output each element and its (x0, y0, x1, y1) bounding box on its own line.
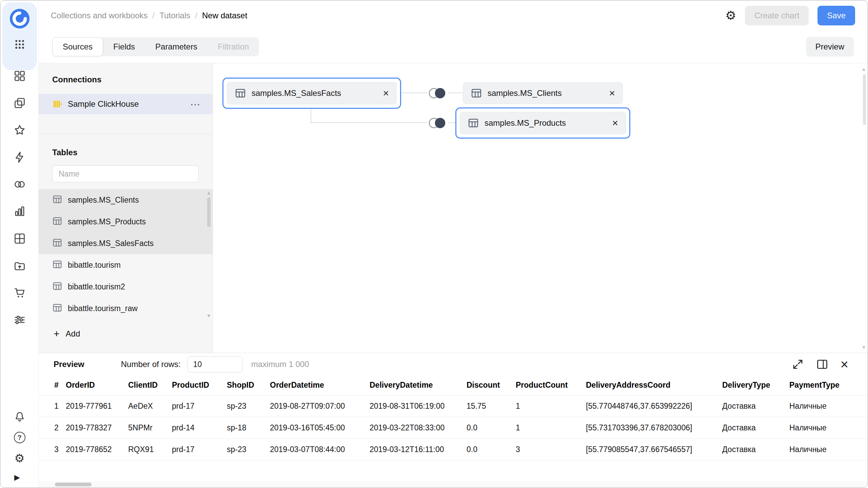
node-label: samples.MS_Clients (488, 88, 562, 98)
connection-name: Sample ClickHouse (68, 99, 139, 109)
preview-h-scrollbar-thumb[interactable] (55, 483, 92, 486)
table-cell: 1 (516, 417, 586, 439)
preview-header: Preview Number of rows: maximum 1 000 (39, 353, 867, 375)
table-cell: 2019-08-27T09:07:00 (270, 395, 370, 417)
table-cell: sp-18 (227, 417, 270, 439)
table-cell: Доставка (722, 395, 789, 417)
tab-sources[interactable]: Sources (52, 37, 103, 56)
list-scroll-up-icon[interactable]: ▲ (206, 190, 211, 196)
canvas-scrollbar-thumb[interactable] (863, 74, 866, 125)
connections-rings-icon[interactable] (14, 178, 26, 190)
connection-item[interactable]: Sample ClickHouse ⋯ (39, 94, 213, 114)
preview-toggle-button[interactable]: Preview (806, 37, 854, 57)
column-header: PaymentType (789, 375, 867, 395)
join-line (311, 108, 311, 123)
node-label: samples.MS_SalesFacts (252, 88, 341, 98)
tab-parameters[interactable]: Parameters (145, 37, 208, 56)
column-header: ClientID (128, 375, 172, 395)
join-line (311, 122, 427, 123)
quick-actions-lightning-icon[interactable] (14, 151, 26, 163)
scroll-down-icon[interactable]: ▼ (861, 344, 866, 350)
tab-filtration[interactable]: Filtration (208, 37, 259, 56)
dashboards-grid-icon[interactable] (14, 232, 26, 245)
table-cell: Наличные (789, 395, 867, 417)
collapse-play-icon[interactable]: ▶ (1, 473, 20, 482)
connections-title: Connections (39, 75, 213, 84)
table-cell: Доставка (722, 439, 789, 460)
table-cell: sp-23 (227, 395, 270, 417)
storage-folder-icon[interactable] (14, 260, 26, 272)
save-button[interactable]: Save (817, 6, 855, 25)
breadcrumb: Collections and workbooks / Tutorials / … (51, 11, 247, 20)
settings-gear-icon[interactable]: ⚙ (14, 452, 26, 464)
datalens-logo[interactable] (9, 8, 30, 29)
connection-menu-ellipsis-icon[interactable]: ⋯ (190, 98, 201, 110)
column-header: # (39, 375, 66, 395)
join-line (448, 93, 463, 93)
dataset-settings-gear-icon[interactable]: ⚙ (725, 9, 736, 22)
table-list-item[interactable]: bibattle.tourism (39, 254, 213, 276)
table-row: 22019-7783275NPMrprd-14sp-182019-03-16T0… (39, 417, 867, 439)
help-icon[interactable]: ? (14, 432, 25, 443)
source-node-clients[interactable]: samples.MS_Clients × (463, 82, 623, 104)
remove-node-icon[interactable]: × (375, 88, 389, 98)
settings-sliders-icon[interactable] (14, 314, 26, 326)
notifications-bell-icon[interactable] (14, 411, 26, 423)
preview-title: Preview (54, 360, 84, 369)
tables-title: Tables (39, 148, 213, 157)
column-header: DeliveryDatetime (370, 375, 467, 395)
table-list-item[interactable]: samples.MS_SalesFacts (39, 232, 213, 254)
table-list-item[interactable]: bibattle.tourism_raw (39, 298, 213, 319)
remove-node-icon[interactable]: × (601, 88, 615, 98)
table-cell: 0.0 (467, 417, 516, 439)
table-cell: 15.75 (467, 395, 516, 417)
join-type-icon[interactable] (427, 86, 448, 102)
source-node-salesfacts[interactable]: samples.MS_SalesFacts × (227, 82, 397, 104)
scroll-up-icon[interactable]: ▲ (861, 66, 866, 72)
rail-bottom-cluster: ? ⚙ (14, 411, 26, 464)
preview-layout-icon[interactable] (816, 358, 828, 370)
breadcrumb-separator: / (195, 11, 197, 20)
column-header: DeliveryAddressCoord (586, 375, 722, 395)
table-cell: 2019-03-22T08:33:00 (370, 417, 467, 439)
left-rail: ? ⚙ ▶ (1, 1, 39, 487)
create-chart-button[interactable]: Create chart (745, 6, 809, 25)
column-header: DeliveryType (722, 375, 789, 395)
workbooks-icon[interactable] (14, 97, 26, 109)
table-icon (468, 117, 479, 129)
panel-divider (39, 134, 213, 134)
table-cell: [55.770448746,37.653992226] (586, 395, 722, 417)
table-list-item[interactable]: samples.MS_Clients (39, 189, 213, 211)
preview-panel: Preview Number of rows: maximum 1 000 (39, 353, 867, 487)
add-table-button[interactable]: + Add (39, 328, 213, 340)
list-scroll-down-icon[interactable]: ▼ (206, 313, 211, 319)
add-label: Add (66, 329, 80, 339)
favorites-star-icon[interactable] (14, 124, 26, 136)
table-item-label: bibattle.tourism (68, 261, 121, 270)
rows-count-input[interactable] (188, 356, 242, 372)
list-scrollbar-thumb[interactable] (207, 197, 211, 227)
table-cell: 2 (39, 417, 66, 439)
column-header: OrderID (66, 375, 128, 395)
close-preview-icon[interactable]: × (841, 358, 848, 371)
join-type-icon[interactable] (427, 116, 448, 132)
remove-node-icon[interactable]: × (604, 118, 618, 128)
table-search-input[interactable] (52, 165, 199, 182)
content-area: Collections and workbooks / Tutorials / … (39, 1, 867, 487)
preview-table: #OrderIDClientIDProductIDShopIDOrderDate… (39, 375, 867, 461)
table-list-item[interactable]: samples.MS_Products (39, 211, 213, 232)
breadcrumb-tutorials[interactable]: Tutorials (159, 11, 190, 20)
tab-fields[interactable]: Fields (103, 37, 145, 56)
marketplace-cart-icon[interactable] (14, 287, 26, 299)
apps-grid-icon[interactable] (14, 39, 25, 50)
charts-bar-icon[interactable] (14, 205, 26, 218)
table-cell: 3 (39, 439, 66, 460)
breadcrumb-collections[interactable]: Collections and workbooks (51, 11, 147, 20)
table-item-label: bibattle.tourism_raw (68, 304, 138, 313)
table-cell: Наличные (789, 417, 867, 439)
source-node-products[interactable]: samples.MS_Products × (460, 112, 626, 134)
rail-nav (14, 70, 26, 326)
expand-preview-icon[interactable] (792, 358, 804, 370)
collections-icon[interactable] (14, 70, 26, 82)
table-list-item[interactable]: bibattle.tourism2 (39, 276, 213, 298)
